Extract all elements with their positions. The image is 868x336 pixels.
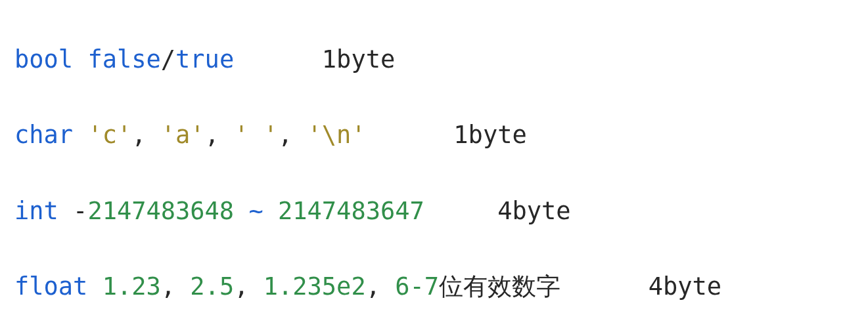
float-digits: 6-7 [395, 272, 439, 301]
char-lit-c: 'c' [87, 121, 131, 149]
sp [263, 197, 278, 225]
size-bool: 1byte [322, 45, 395, 74]
sp [234, 197, 248, 225]
type-bool: bool [14, 45, 73, 74]
sp [87, 272, 102, 301]
slash: / [161, 45, 175, 74]
char-lit-space: ' ' [234, 121, 278, 149]
tilde: ~ [248, 197, 263, 225]
int-max: 2147483647 [278, 197, 424, 225]
gap [366, 121, 454, 149]
type-int: int [14, 197, 58, 225]
size-float: 4byte [649, 272, 721, 301]
type-char: char [14, 121, 73, 149]
gap [424, 197, 497, 225]
sp [58, 197, 73, 225]
code-block: bool false/true 1byte char 'c', 'a', ' '… [0, 0, 868, 336]
comma: , [161, 272, 191, 301]
comma: , [366, 272, 396, 301]
size-int: 4byte [497, 197, 570, 225]
sp [73, 121, 87, 149]
float-v1: 1.23 [103, 272, 161, 301]
literal-true: true [175, 45, 234, 74]
gap [560, 272, 649, 301]
literal-false: false [87, 45, 160, 74]
comma: , [131, 121, 161, 149]
comma: , [278, 121, 308, 149]
char-lit-newline: '\n' [308, 121, 366, 149]
minus-sign: - [73, 197, 87, 225]
comma: , [205, 121, 235, 149]
int-min: 2147483648 [87, 197, 234, 225]
char-lit-a: 'a' [161, 121, 205, 149]
gap [234, 45, 322, 74]
float-v3: 1.235e2 [263, 272, 366, 301]
code-line-int: int -2147483648 ~ 2147483647 4byte [14, 192, 868, 230]
comma: , [234, 272, 263, 301]
code-line-char: char 'c', 'a', ' ', '\n' 1byte [14, 116, 868, 154]
code-line-bool: bool false/true 1byte [14, 41, 868, 79]
code-line-float: float 1.23, 2.5, 1.235e2, 6-7位有效数字 4byte [14, 268, 868, 306]
float-desc: 位有效数字 [439, 272, 560, 301]
size-char: 1byte [453, 121, 526, 149]
type-float: float [14, 272, 87, 301]
float-v2: 2.5 [190, 272, 234, 301]
